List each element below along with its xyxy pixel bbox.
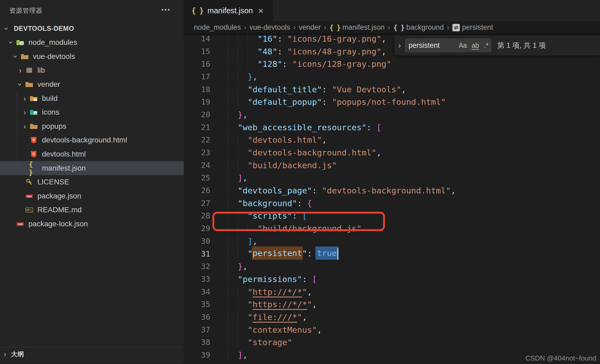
tree-item-label: package-lock.json xyxy=(28,220,88,228)
code-line-16[interactable]: 16"128": "icons/128-gray.png" xyxy=(184,58,600,70)
code-line-25[interactable]: 25], xyxy=(184,172,600,184)
toggle-replace-chevron-icon[interactable]: › xyxy=(394,41,405,50)
tree-item-vue-devtools[interactable]: ›vue-devtools xyxy=(0,49,184,63)
code-token: " xyxy=(307,300,312,309)
code-line-34[interactable]: 34"http://*/*", xyxy=(184,285,600,298)
breadcrumb-item-background[interactable]: { }background xyxy=(393,23,444,32)
chevron-right-icon[interactable]: › xyxy=(16,66,24,75)
tree-item-readme-md[interactable]: M↓README.md xyxy=(0,203,184,217)
code-line-26[interactable]: 26"devtools_page": "devtools-background.… xyxy=(184,184,600,197)
tree-indent-guide xyxy=(17,92,17,175)
code-token: http://*/* xyxy=(252,287,302,297)
tree-item-build[interactable]: ›build xyxy=(0,91,184,105)
close-icon[interactable]: × xyxy=(258,6,263,15)
breadcrumb-item-vender[interactable]: vender xyxy=(299,23,321,32)
library-icon xyxy=(24,67,34,74)
selected-text: true xyxy=(315,246,338,260)
code-token: "default_title" xyxy=(248,85,322,94)
code-token: , xyxy=(243,173,248,183)
code-line-38[interactable]: 38"storage" xyxy=(184,336,600,349)
svg-text:5: 5 xyxy=(33,138,35,142)
indent-guide xyxy=(248,46,248,57)
code-text: "contextMenus", xyxy=(228,325,322,335)
code-token: , xyxy=(382,47,387,56)
tree-item-popups[interactable]: ›popups xyxy=(0,119,184,133)
whole-word-icon[interactable]: ab xyxy=(472,42,479,49)
tree-item-label: LICENSE xyxy=(37,178,69,186)
code-line-19[interactable]: 19"default_popup": "popups/not-found.htm… xyxy=(184,96,600,108)
outline-section-header[interactable]: › 大纲 xyxy=(0,347,183,361)
code-token: , xyxy=(243,350,248,360)
breadcrumb-item-node-modules[interactable]: node_modules xyxy=(194,23,241,32)
json-braces-icon: { } xyxy=(29,160,39,176)
indent-guide xyxy=(238,299,238,310)
tree-item-package-json[interactable]: npmpackage.json xyxy=(0,189,184,203)
code-line-20[interactable]: 20}, xyxy=(184,108,600,121)
code-text: "build/backend.js" xyxy=(228,161,337,170)
html5-icon: 5 xyxy=(29,137,39,144)
tree-item-icons[interactable]: ›icons xyxy=(0,105,184,119)
chevron-right-icon[interactable]: › xyxy=(21,108,29,117)
breadcrumb-item-vue-devtools[interactable]: vue-devtools xyxy=(250,23,290,32)
tree-item-devtools-html[interactable]: 5devtools.html xyxy=(0,147,184,161)
code-line-33[interactable]: 33"permissions": [ xyxy=(184,273,600,285)
code-line-37[interactable]: 37"contextMenus", xyxy=(184,323,600,336)
code-line-27[interactable]: 27"background": { xyxy=(184,197,600,210)
code-token: "popups/not-found.html" xyxy=(332,97,446,107)
code-text: "default_title": "Vue Devtools", xyxy=(228,85,406,94)
indent-guide xyxy=(228,172,228,183)
chevron-down-icon[interactable]: › xyxy=(16,80,25,88)
chevron-right-icon[interactable]: › xyxy=(21,122,29,131)
match-case-icon[interactable]: Aa xyxy=(459,42,467,49)
breadcrumb-label: vue-devtools xyxy=(250,23,290,32)
code-line-24[interactable]: 24"build/backend.js" xyxy=(184,159,600,172)
code-text: "devtools.html", xyxy=(228,135,327,145)
code-line-31[interactable]: 31"persistent": true xyxy=(184,248,600,260)
chevron-down-icon[interactable]: › xyxy=(2,25,11,33)
code-token: : xyxy=(277,47,287,56)
find-input[interactable]: persistent Aa ab .* xyxy=(405,38,491,52)
chevron-right-icon[interactable]: › xyxy=(21,94,29,103)
code-line-30[interactable]: 30], xyxy=(184,235,600,248)
code-line-21[interactable]: 21"web_accessible_resources": [ xyxy=(184,121,600,134)
indent-guide xyxy=(228,299,228,310)
chevron-down-icon[interactable]: › xyxy=(11,53,20,60)
line-number: 32 xyxy=(184,262,210,271)
tree-item-lib[interactable]: ›lib xyxy=(0,63,184,77)
more-actions-icon[interactable]: ••• xyxy=(161,6,171,13)
code-text: }, xyxy=(228,262,248,271)
breadcrumb-item-manifest-json[interactable]: { }manifest.json xyxy=(329,23,385,32)
line-number: 24 xyxy=(184,161,210,170)
tree-item-license[interactable]: LICENSE xyxy=(0,175,184,189)
indent-guide xyxy=(228,109,228,120)
tab-manifest-json[interactable]: { } manifest.json × xyxy=(184,0,273,21)
tree-item-vender[interactable]: ›vender xyxy=(0,77,184,91)
code-text: "devtools_page": "devtools-background.ht… xyxy=(228,186,456,195)
code-line-23[interactable]: 23"devtools-background.html", xyxy=(184,146,600,159)
code-line-35[interactable]: 35"https://*/*", xyxy=(184,298,600,311)
tree-item-devtools-demo[interactable]: ›DEVTOOLS-DEMO xyxy=(0,21,184,36)
indent-guide xyxy=(228,135,228,145)
code-line-22[interactable]: 22"devtools.html", xyxy=(184,134,600,146)
breadcrumb-item-persistent[interactable]: ⇄persistent xyxy=(452,23,493,32)
code-token: } xyxy=(238,262,243,271)
code-text: "128": "icons/128-gray.png" xyxy=(228,59,391,69)
code-token: , xyxy=(243,110,248,119)
code-token: "devtools-background.html" xyxy=(248,148,376,157)
code-line-17[interactable]: 17}, xyxy=(184,70,600,83)
code-line-32[interactable]: 32}, xyxy=(184,260,600,273)
indent-guide xyxy=(238,312,238,322)
code-line-36[interactable]: 36"file:///*", xyxy=(184,311,600,323)
tree-item-devtools-background-html[interactable]: 5devtools-background.html xyxy=(0,133,184,147)
tree-item-manifest-json[interactable]: { }manifest.json xyxy=(0,161,184,175)
chevron-down-icon[interactable]: › xyxy=(7,38,16,46)
regex-icon[interactable]: .* xyxy=(484,42,489,49)
indent-guide xyxy=(238,97,238,107)
tree-item-node-modules[interactable]: ›JSnode_modules xyxy=(0,36,184,50)
code-line-18[interactable]: 18"default_title": "Vue Devtools", xyxy=(184,83,600,96)
tree-item-label: package.json xyxy=(37,192,81,200)
code-editor[interactable]: 14"16": "icons/16-gray.png",15"48": "ico… xyxy=(184,32,600,361)
code-text: "https://*/*", xyxy=(228,300,317,309)
folder-build-icon xyxy=(29,95,39,102)
tree-item-package-lock-json[interactable]: npmpackage-lock.json xyxy=(0,217,184,231)
